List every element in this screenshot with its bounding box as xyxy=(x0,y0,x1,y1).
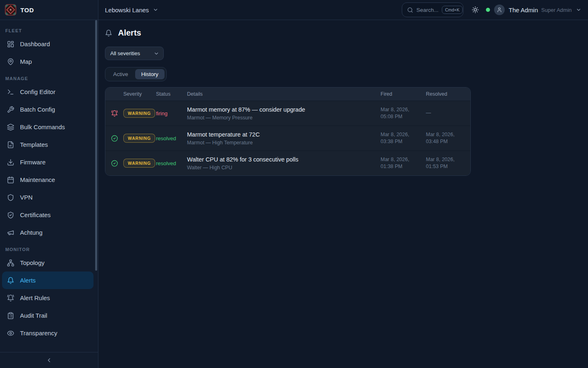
severity-badge: WARNING xyxy=(123,134,155,143)
sidebar-item-batch-config[interactable]: Batch Config xyxy=(2,101,94,118)
sidebar: TOD FLEETDashboardMapMANAGEConfig Editor… xyxy=(0,0,98,368)
user-name: The Admin xyxy=(509,7,538,13)
layers-icon xyxy=(7,123,14,131)
user-role-badge: Super Admin xyxy=(541,7,572,13)
sidebar-item-firmware[interactable]: Firmware xyxy=(2,153,94,171)
resolved-cell: Mar 8, 2026, 03:48 PM xyxy=(426,131,470,146)
search-icon xyxy=(407,7,413,13)
table-row: WARNINGresolvedMarmot temperature at 72C… xyxy=(105,126,470,150)
severity-status-icon-cell xyxy=(105,110,123,117)
sidebar-item-templates[interactable]: Templates xyxy=(2,136,94,153)
user-menu[interactable]: The Admin Super Admin xyxy=(494,4,581,15)
bell-icon xyxy=(7,277,14,284)
table-row: WARNINGfiringMarmot memory at 87% — cons… xyxy=(105,101,470,126)
column-header-details: Details xyxy=(187,91,381,97)
download-icon xyxy=(7,159,14,166)
megaphone-icon xyxy=(7,229,14,236)
details-cell: Walter CPU at 82% for 3 consecutive poll… xyxy=(187,152,381,175)
sidebar-item-vpn[interactable]: VPN xyxy=(2,188,94,206)
alerts-page: Alerts All severities ActiveHistory Seve… xyxy=(98,20,588,368)
alerts-bell-icon xyxy=(105,29,112,37)
calendar-icon xyxy=(7,176,14,184)
sidebar-item-maintenance[interactable]: Maintenance xyxy=(2,171,94,188)
terminal-icon xyxy=(7,88,14,96)
sidebar-item-label: Certificates xyxy=(20,211,51,218)
sidebar-item-map[interactable]: Map xyxy=(2,53,94,70)
nav-section-label: FLEET xyxy=(0,28,98,33)
sidebar-item-bulk-commands[interactable]: Bulk Commands xyxy=(2,118,94,136)
column-header-status: Status xyxy=(156,91,187,97)
chevron-down-icon xyxy=(154,51,159,56)
main-area: Lebowski Lanes Search... Cmd+K The Admin… xyxy=(98,0,588,368)
sidebar-item-label: Topology xyxy=(20,259,45,266)
alert-subtitle: Marmot — High Temperature xyxy=(187,140,376,146)
sidebar-scrollbar-thumb[interactable] xyxy=(95,20,97,271)
alerts-view-tabs: ActiveHistory xyxy=(105,67,167,81)
sidebar-item-label: Transparency xyxy=(20,330,57,337)
sidebar-item-dashboard[interactable]: Dashboard xyxy=(2,35,94,53)
site-selector[interactable]: Lebowski Lanes xyxy=(105,7,158,13)
sidebar-item-certificates[interactable]: Certificates xyxy=(2,206,94,224)
avatar xyxy=(494,4,505,15)
sidebar-item-alerts[interactable]: Alerts xyxy=(2,272,94,289)
app-window: TOD FLEETDashboardMapMANAGEConfig Editor… xyxy=(0,0,588,368)
sidebar-collapse-button[interactable] xyxy=(44,355,54,365)
sidebar-item-audit-trail[interactable]: Audit Trail xyxy=(2,307,94,324)
brand-logo-icon xyxy=(5,4,16,16)
topbar-right: Search... Cmd+K The Admin Super Admin xyxy=(402,2,581,17)
sidebar-item-label: Dashboard xyxy=(20,40,50,47)
sidebar-item-label: Achtung xyxy=(20,229,42,236)
sidebar-item-alert-rules[interactable]: Alert Rules xyxy=(2,289,94,307)
alert-title: Marmot memory at 87% — consider upgrade xyxy=(187,106,376,113)
sidebar-item-label: Templates xyxy=(20,141,48,148)
severity-cell: WARNING xyxy=(123,109,156,118)
sidebar-item-label: VPN xyxy=(20,194,33,201)
severity-cell: WARNING xyxy=(123,159,156,168)
column-header-severity: Severity xyxy=(123,91,156,97)
search-placeholder: Search... xyxy=(416,7,439,13)
tab-history[interactable]: History xyxy=(135,69,165,79)
alerts-table: SeverityStatusDetailsFiredResolved WARNI… xyxy=(105,87,471,176)
table-header-row: SeverityStatusDetailsFiredResolved xyxy=(105,88,470,101)
bell-ring-icon xyxy=(7,294,14,302)
theme-toggle-button[interactable] xyxy=(472,6,479,13)
wrench-icon xyxy=(7,106,14,113)
status-text: resolved xyxy=(156,160,176,166)
clipboard-list-icon xyxy=(7,312,14,319)
file-icon xyxy=(7,141,14,148)
page-header: Alerts xyxy=(105,28,581,38)
site-selector-label: Lebowski Lanes xyxy=(105,7,149,13)
table-body: WARNINGfiringMarmot memory at 87% — cons… xyxy=(105,101,470,175)
sidebar-item-achtung[interactable]: Achtung xyxy=(2,224,94,241)
search-input[interactable]: Search... Cmd+K xyxy=(402,2,463,17)
tab-active[interactable]: Active xyxy=(107,69,134,79)
status-text: firing xyxy=(156,110,167,117)
brand-name: TOD xyxy=(20,7,34,13)
status-cell: resolved xyxy=(156,159,187,167)
sidebar-header: TOD xyxy=(0,0,98,20)
layout-dashboard-icon xyxy=(7,40,14,48)
check-circle-icon xyxy=(111,160,118,167)
status-cell: resolved xyxy=(156,135,187,142)
topbar: Lebowski Lanes Search... Cmd+K The Admin… xyxy=(98,0,588,20)
alert-subtitle: Marmot — Memory Pressure xyxy=(187,115,376,121)
alert-title: Walter CPU at 82% for 3 consecutive poll… xyxy=(187,156,376,163)
severity-badge: WARNING xyxy=(123,109,155,118)
fired-cell: Mar 8, 2026, 03:38 PM xyxy=(381,131,426,146)
sidebar-item-label: Config Editor xyxy=(20,88,56,95)
nav-section-label: MANAGE xyxy=(0,76,98,81)
sidebar-item-label: Map xyxy=(20,58,32,65)
sidebar-item-topology[interactable]: Topology xyxy=(2,254,94,272)
sidebar-item-config-editor[interactable]: Config Editor xyxy=(2,83,94,101)
status-text: resolved xyxy=(156,135,176,141)
column-header-resolved: Resolved xyxy=(426,91,470,97)
severity-badge: WARNING xyxy=(123,159,155,168)
nav-section-label: MONITOR xyxy=(0,247,98,252)
sidebar-item-transparency[interactable]: Transparency xyxy=(2,324,94,342)
check-circle-icon xyxy=(111,135,118,142)
sidebar-footer xyxy=(0,352,98,368)
severity-status-icon-cell xyxy=(105,160,123,167)
sidebar-item-label: Maintenance xyxy=(20,176,55,183)
severity-filter-select[interactable]: All severities xyxy=(105,47,164,60)
alert-title: Marmot temperature at 72C xyxy=(187,131,376,138)
